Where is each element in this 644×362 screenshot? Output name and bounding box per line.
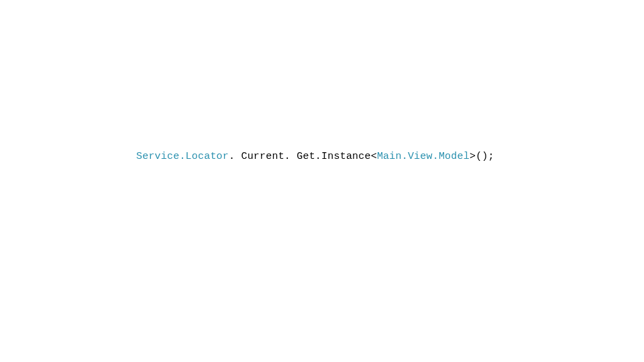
token-get-instance: Get.Instance — [297, 151, 370, 162]
token-current: Current — [241, 151, 284, 162]
token-main-view-model: Main.View.Model — [377, 151, 470, 162]
angle-open: < — [371, 151, 377, 162]
code-line: Service.Locator. Current. Get.Instance<M… — [136, 151, 494, 162]
token-service-locator: Service.Locator — [136, 151, 229, 162]
dot-2: . — [284, 151, 297, 162]
angle-close: > — [470, 151, 476, 162]
parens-semicolon: (); — [476, 151, 494, 162]
dot-1: . — [229, 151, 241, 162]
